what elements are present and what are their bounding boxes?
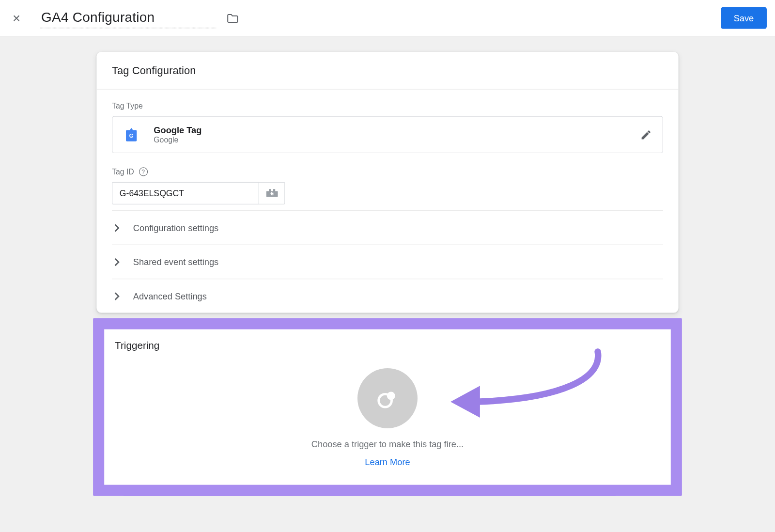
triggering-card[interactable]: Triggering Choose a trigger to make this…: [104, 329, 671, 485]
tag-configuration-card: Tag Configuration Tag Type G Google Tag …: [96, 52, 678, 313]
google-tag-icon: G: [123, 126, 140, 143]
tag-configuration-title: Tag Configuration: [96, 52, 678, 90]
expander-label: Advanced Settings: [133, 291, 207, 301]
tag-type-label: Tag Type: [112, 101, 663, 110]
expander-shared-event-settings[interactable]: Shared event settings: [112, 245, 663, 279]
edit-tag-type-button[interactable]: [639, 127, 653, 141]
close-button[interactable]: [6, 7, 27, 29]
tag-type-vendor: Google: [154, 136, 625, 144]
folder-button[interactable]: [224, 10, 241, 26]
annotation-arrow: [445, 346, 609, 422]
expander-label: Configuration settings: [133, 223, 218, 233]
top-bar: Save: [0, 0, 775, 36]
tag-id-input[interactable]: [112, 182, 259, 204]
svg-rect-3: [273, 189, 275, 191]
trigger-icon: [376, 387, 400, 410]
triggering-title: Triggering: [115, 340, 660, 352]
expander-configuration-settings[interactable]: Configuration settings: [112, 210, 663, 245]
tag-id-label-row: Tag ID ?: [112, 167, 663, 176]
tag-title-input[interactable]: [40, 8, 217, 28]
chevron-right-icon: [114, 258, 120, 266]
chevron-right-icon: [114, 223, 120, 232]
chevron-right-icon: [114, 292, 120, 300]
triggering-empty-text: Choose a trigger to make this tag fire..…: [311, 439, 464, 449]
svg-rect-2: [269, 189, 271, 191]
pencil-icon: [640, 129, 652, 141]
close-icon: [11, 13, 22, 23]
tag-type-name: Google Tag: [154, 125, 625, 135]
help-icon[interactable]: ?: [139, 167, 147, 176]
folder-icon: [226, 12, 239, 25]
triggering-highlight: Triggering Choose a trigger to make this…: [93, 318, 682, 496]
add-trigger-button[interactable]: [357, 368, 418, 428]
save-button[interactable]: Save: [721, 7, 767, 29]
expander-advanced-settings[interactable]: Advanced Settings: [112, 279, 663, 313]
variable-brick-icon: [265, 188, 279, 198]
tag-type-selector[interactable]: G Google Tag Google: [112, 116, 663, 154]
svg-point-7: [387, 392, 395, 400]
svg-text:G: G: [129, 132, 134, 138]
expander-label: Shared event settings: [133, 257, 218, 267]
tag-id-label: Tag ID: [112, 167, 134, 176]
insert-variable-button[interactable]: [259, 182, 285, 204]
learn-more-link[interactable]: Learn More: [365, 457, 410, 467]
